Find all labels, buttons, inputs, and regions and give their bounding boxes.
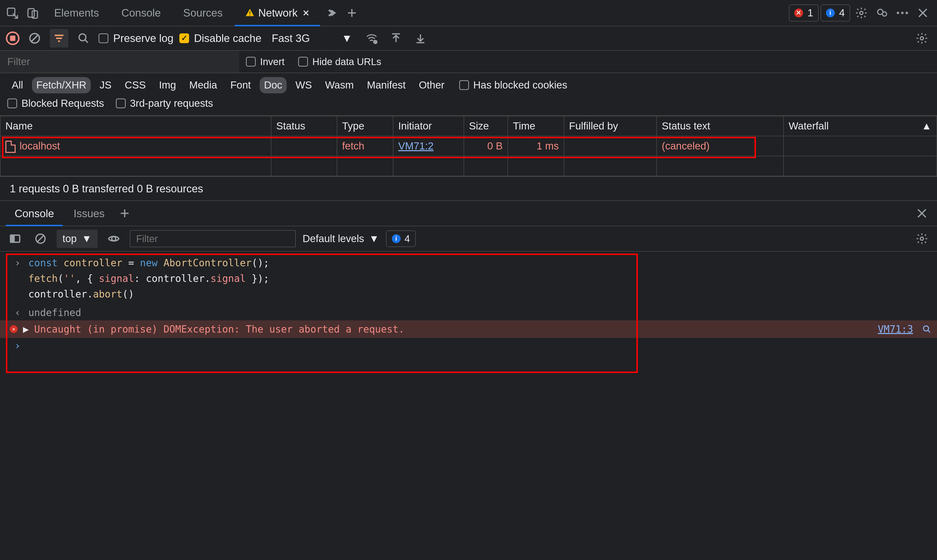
drawer-tab-issues[interactable]: Issues (65, 201, 113, 226)
console-error-row[interactable]: ✕ ▶ Uncaught (in promise) DOMException: … (0, 320, 937, 338)
preserve-log-checkbox[interactable] (99, 34, 108, 43)
error-count-badge[interactable]: ✕ 1 (789, 5, 818, 22)
device-toolbar-icon[interactable] (23, 4, 42, 22)
clear-icon[interactable] (25, 29, 44, 48)
levels-value: Default levels (303, 232, 364, 246)
download-har-icon[interactable] (411, 29, 430, 48)
tab-network[interactable]: Network (235, 0, 320, 26)
col-status-text[interactable]: Status text (657, 116, 784, 136)
type-pill-js[interactable]: JS (95, 77, 116, 93)
execution-context-select[interactable]: top ▼ (57, 230, 97, 248)
reveal-icon[interactable] (922, 325, 931, 334)
col-type[interactable]: Type (337, 116, 393, 136)
console-settings-icon[interactable] (912, 229, 931, 248)
tab-elements[interactable]: Elements (44, 0, 109, 26)
inspect-element-icon[interactable] (3, 4, 22, 22)
add-drawer-tab-icon[interactable] (116, 204, 134, 223)
status-text: 1 requests 0 B transferred 0 B resources (10, 183, 203, 195)
col-time[interactable]: Time (508, 116, 564, 136)
type-pill-manifest[interactable]: Manifest (363, 77, 410, 93)
console-input-line: › const controller = new AbortController… (0, 252, 937, 271)
expand-error-icon[interactable]: ▶ (23, 323, 29, 335)
close-drawer-icon[interactable] (912, 204, 931, 223)
blocked-requests-checkbox[interactable] (7, 98, 17, 108)
network-conditions-icon[interactable] (362, 29, 381, 48)
network-settings-icon[interactable] (912, 29, 931, 48)
blocked-requests-option[interactable]: Blocked Requests (7, 97, 104, 110)
disable-cache-checkbox[interactable] (179, 34, 189, 43)
feedback-icon[interactable] (872, 4, 891, 22)
type-pill-media[interactable]: Media (185, 77, 221, 93)
cell-name: localhost (0, 136, 271, 156)
console-info-badge[interactable]: i 4 (386, 231, 416, 247)
svg-point-13 (374, 40, 377, 44)
cell-fulfilled-by (564, 136, 657, 156)
more-menu-icon[interactable] (893, 4, 912, 22)
console-result-line: ‹ undefined (0, 302, 937, 320)
record-button[interactable] (6, 31, 20, 45)
cell-type: fetch (337, 136, 393, 156)
clear-console-icon[interactable] (31, 229, 50, 248)
filter-input[interactable] (0, 51, 239, 73)
has-blocked-cookies-checkbox[interactable] (459, 80, 469, 90)
type-pill-wasm[interactable]: Wasm (321, 77, 358, 93)
type-pill-doc[interactable]: Doc (259, 77, 287, 93)
col-initiator[interactable]: Initiator (393, 116, 464, 136)
error-source-link[interactable]: VM71:3 (878, 323, 913, 335)
output-marker-icon: ‹ (15, 306, 23, 319)
drawer-tab-console[interactable]: Console (6, 201, 63, 226)
throttling-select[interactable]: Fast 3G ▼ (267, 30, 357, 46)
hide-data-urls-checkbox[interactable] (298, 57, 308, 66)
disable-cache-label: Disable cache (194, 31, 261, 45)
console-prompt[interactable]: › (0, 338, 937, 354)
cell-initiator[interactable]: VM71:2 (393, 136, 464, 156)
more-tabs-icon[interactable] (322, 4, 341, 22)
filter-toggle-icon[interactable] (50, 29, 68, 48)
type-pill-font[interactable]: Font (226, 77, 255, 93)
svg-point-10 (906, 12, 908, 14)
invert-option[interactable]: Invert (239, 55, 291, 68)
type-pill-img[interactable]: Img (154, 77, 180, 93)
upload-har-icon[interactable] (387, 29, 405, 48)
third-party-checkbox[interactable] (116, 98, 126, 108)
disable-cache-option[interactable]: Disable cache (179, 31, 261, 45)
error-message: Uncaught (in promise) DOMException: The … (34, 323, 872, 335)
tab-label: Network (258, 6, 298, 20)
hide-data-urls-option[interactable]: Hide data URLs (291, 55, 388, 68)
close-devtools-icon[interactable] (914, 4, 932, 22)
drawer-tab-label: Console (15, 206, 54, 220)
console-input-line: controller.abort() (0, 286, 937, 302)
result-value: undefined (28, 306, 81, 319)
table-row[interactable]: localhost fetch VM71:2 0 B 1 ms (cancele… (0, 136, 937, 156)
search-icon[interactable] (74, 29, 93, 48)
tab-console[interactable]: Console (111, 0, 171, 26)
preserve-log-option[interactable]: Preserve log (99, 31, 173, 45)
type-pill-ws[interactable]: WS (291, 77, 316, 93)
console-filter-input[interactable] (130, 230, 296, 247)
request-type-filter: AllFetch/XHRJSCSSImgMediaFontDocWSWasmMa… (0, 73, 937, 96)
add-tab-icon[interactable] (343, 4, 361, 22)
type-pill-fetch-xhr[interactable]: Fetch/XHR (32, 77, 91, 93)
type-pill-all[interactable]: All (7, 77, 28, 93)
invert-checkbox[interactable] (246, 57, 256, 66)
close-tab-icon[interactable] (302, 9, 310, 17)
col-name[interactable]: Name (0, 116, 271, 136)
type-pill-css[interactable]: CSS (120, 77, 150, 93)
tab-label: Sources (183, 6, 222, 20)
toggle-sidebar-icon[interactable] (6, 229, 25, 248)
svg-rect-3 (250, 11, 250, 14)
type-pill-other[interactable]: Other (414, 77, 449, 93)
has-blocked-cookies-option[interactable]: Has blocked cookies (459, 78, 567, 92)
network-table: Name Status Type Initiator Size Time Ful… (0, 116, 937, 176)
settings-icon[interactable] (852, 4, 871, 22)
col-waterfall[interactable]: Waterfall▲ (784, 116, 937, 136)
cell-status-text: (canceled) (657, 136, 784, 156)
col-fulfilled-by[interactable]: Fulfilled by (564, 116, 657, 136)
log-levels-select[interactable]: Default levels ▼ (303, 232, 379, 246)
col-status[interactable]: Status (271, 116, 337, 136)
live-expression-icon[interactable] (105, 229, 123, 248)
col-size[interactable]: Size (464, 116, 508, 136)
info-count-badge[interactable]: i 4 (821, 5, 850, 22)
tab-sources[interactable]: Sources (173, 0, 233, 26)
third-party-option[interactable]: 3rd-party requests (116, 97, 213, 110)
